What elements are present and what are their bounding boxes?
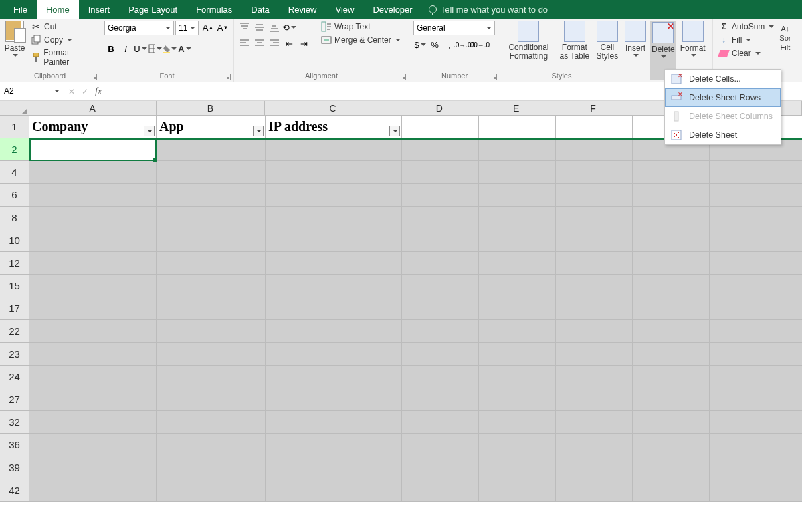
row-header[interactable]: 1: [0, 116, 29, 138]
cell[interactable]: [402, 116, 479, 138]
cell[interactable]: [479, 275, 556, 297]
cell[interactable]: [710, 297, 802, 320]
cell[interactable]: [266, 161, 402, 184]
cell[interactable]: [266, 275, 402, 297]
tab-review[interactable]: Review: [279, 0, 326, 19]
cell[interactable]: [633, 184, 710, 207]
cut-button[interactable]: ✂ Cut: [29, 21, 96, 33]
cell[interactable]: [29, 343, 157, 366]
tab-developer[interactable]: Developer: [363, 0, 421, 19]
cell[interactable]: [266, 184, 402, 207]
cell[interactable]: [710, 388, 802, 411]
filter-dropdown-button[interactable]: [144, 126, 155, 136]
cell[interactable]: [479, 320, 556, 343]
cell[interactable]: [710, 456, 802, 479]
tell-me-search[interactable]: Tell me what you want to do: [422, 0, 555, 19]
dialog-launcher-icon[interactable]: [399, 74, 406, 80]
cell[interactable]: [29, 456, 157, 479]
cell[interactable]: [402, 229, 479, 252]
tab-formulas[interactable]: Formulas: [187, 0, 241, 19]
cell[interactable]: [556, 275, 633, 297]
cell[interactable]: [157, 138, 266, 161]
col-header-C[interactable]: C: [265, 101, 401, 116]
copy-button[interactable]: Copy: [29, 34, 96, 46]
col-header-F[interactable]: F: [555, 101, 632, 116]
row-header[interactable]: 32: [0, 411, 29, 434]
cell[interactable]: [710, 366, 802, 388]
cell[interactable]: [266, 479, 402, 502]
insert-cells-button[interactable]: Insert: [625, 21, 646, 80]
cell[interactable]: [29, 366, 157, 388]
row-header[interactable]: 10: [0, 229, 29, 252]
cell[interactable]: [29, 229, 157, 252]
cell[interactable]: [157, 229, 266, 252]
cell[interactable]: [266, 252, 402, 275]
cell[interactable]: [633, 207, 710, 229]
cell[interactable]: App: [157, 116, 266, 138]
cell[interactable]: [710, 434, 802, 456]
cell[interactable]: [710, 252, 802, 275]
cell[interactable]: [266, 207, 402, 229]
font-name-select[interactable]: Georgia: [104, 21, 174, 35]
tab-view[interactable]: View: [326, 0, 363, 19]
row-header[interactable]: 15: [0, 275, 29, 297]
cell[interactable]: [157, 161, 266, 184]
cell[interactable]: [402, 297, 479, 320]
cell[interactable]: [157, 320, 266, 343]
cell[interactable]: [479, 252, 556, 275]
increase-indent-button[interactable]: ⇥: [297, 37, 310, 50]
cell[interactable]: [633, 388, 710, 411]
decrease-indent-button[interactable]: ⇤: [282, 37, 296, 50]
cell[interactable]: [710, 184, 802, 207]
cell[interactable]: [479, 456, 556, 479]
row-header[interactable]: 27: [0, 388, 29, 411]
cell[interactable]: [157, 479, 266, 502]
currency-button[interactable]: $: [413, 38, 427, 51]
cell[interactable]: [556, 411, 633, 434]
cell[interactable]: [402, 479, 479, 502]
cell[interactable]: [402, 388, 479, 411]
cell[interactable]: [266, 343, 402, 366]
borders-button[interactable]: [148, 42, 162, 55]
cell[interactable]: [157, 252, 266, 275]
align-middle-button[interactable]: [253, 21, 266, 34]
cell[interactable]: [556, 456, 633, 479]
cell[interactable]: [556, 479, 633, 502]
dialog-launcher-icon[interactable]: [490, 74, 497, 80]
cell[interactable]: [479, 161, 556, 184]
filter-dropdown-button[interactable]: [389, 126, 400, 136]
name-box[interactable]: A2: [0, 82, 64, 100]
cell[interactable]: [479, 116, 556, 138]
cell[interactable]: [556, 138, 633, 161]
cell[interactable]: [556, 434, 633, 456]
tab-file[interactable]: File: [4, 0, 37, 19]
italic-button[interactable]: I: [119, 42, 132, 55]
cancel-formula-icon[interactable]: ✕: [68, 87, 75, 96]
font-size-select[interactable]: 11: [175, 21, 199, 35]
col-header-B[interactable]: B: [157, 101, 266, 116]
cell[interactable]: [479, 388, 556, 411]
cell[interactable]: [402, 434, 479, 456]
cell[interactable]: [29, 161, 157, 184]
cell[interactable]: [266, 388, 402, 411]
cell[interactable]: [29, 275, 157, 297]
cell[interactable]: [29, 207, 157, 229]
underline-button[interactable]: U: [134, 42, 147, 55]
decrease-font-button[interactable]: A▼: [216, 21, 229, 34]
cell[interactable]: [710, 161, 802, 184]
cell[interactable]: [157, 297, 266, 320]
cell[interactable]: [402, 456, 479, 479]
cell[interactable]: [29, 297, 157, 320]
row-header[interactable]: 36: [0, 434, 29, 456]
number-format-select[interactable]: General: [413, 21, 495, 35]
menu-delete-sheet[interactable]: Delete Sheet: [665, 126, 781, 144]
cell[interactable]: [633, 456, 710, 479]
cell[interactable]: [633, 252, 710, 275]
cell[interactable]: [633, 229, 710, 252]
row-header[interactable]: 12: [0, 252, 29, 275]
cell[interactable]: [266, 297, 402, 320]
cell[interactable]: [479, 229, 556, 252]
fx-icon[interactable]: fx: [95, 86, 102, 97]
align-right-button[interactable]: [268, 37, 281, 50]
col-header-A[interactable]: A: [29, 101, 157, 116]
